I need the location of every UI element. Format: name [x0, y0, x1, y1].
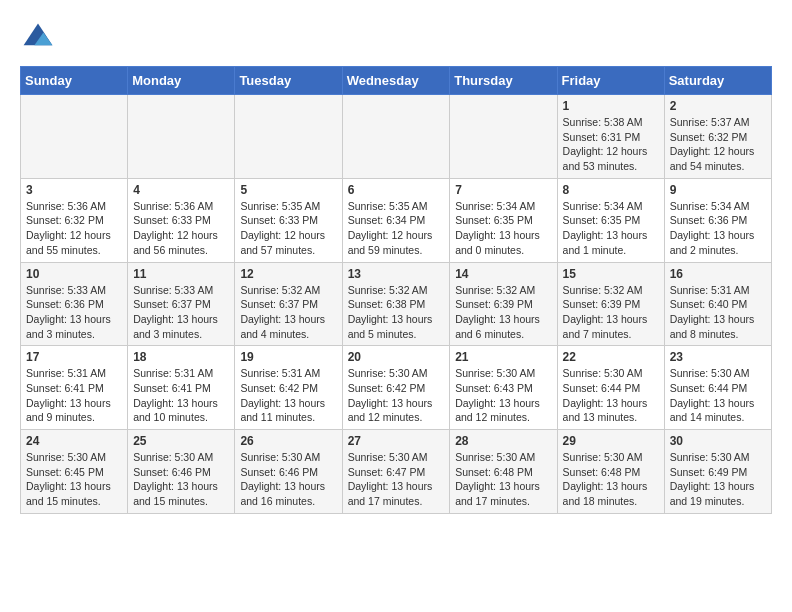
calendar-week: 17Sunrise: 5:31 AM Sunset: 6:41 PM Dayli… [21, 346, 772, 430]
calendar-table: SundayMondayTuesdayWednesdayThursdayFrid… [20, 66, 772, 514]
calendar-day: 11Sunrise: 5:33 AM Sunset: 6:37 PM Dayli… [128, 262, 235, 346]
calendar-day: 10Sunrise: 5:33 AM Sunset: 6:36 PM Dayli… [21, 262, 128, 346]
calendar-day: 4Sunrise: 5:36 AM Sunset: 6:33 PM Daylig… [128, 178, 235, 262]
calendar-day: 25Sunrise: 5:30 AM Sunset: 6:46 PM Dayli… [128, 430, 235, 514]
day-info: Sunrise: 5:30 AM Sunset: 6:48 PM Dayligh… [563, 450, 659, 509]
day-info: Sunrise: 5:31 AM Sunset: 6:41 PM Dayligh… [133, 366, 229, 425]
logo [20, 20, 60, 56]
calendar-day: 27Sunrise: 5:30 AM Sunset: 6:47 PM Dayli… [342, 430, 450, 514]
calendar-day: 21Sunrise: 5:30 AM Sunset: 6:43 PM Dayli… [450, 346, 557, 430]
day-number: 9 [670, 183, 766, 197]
day-info: Sunrise: 5:33 AM Sunset: 6:37 PM Dayligh… [133, 283, 229, 342]
day-info: Sunrise: 5:32 AM Sunset: 6:38 PM Dayligh… [348, 283, 445, 342]
calendar-day: 7Sunrise: 5:34 AM Sunset: 6:35 PM Daylig… [450, 178, 557, 262]
day-number: 21 [455, 350, 551, 364]
day-number: 24 [26, 434, 122, 448]
day-info: Sunrise: 5:30 AM Sunset: 6:44 PM Dayligh… [563, 366, 659, 425]
day-info: Sunrise: 5:30 AM Sunset: 6:42 PM Dayligh… [348, 366, 445, 425]
day-number: 20 [348, 350, 445, 364]
calendar-day: 3Sunrise: 5:36 AM Sunset: 6:32 PM Daylig… [21, 178, 128, 262]
calendar-day: 30Sunrise: 5:30 AM Sunset: 6:49 PM Dayli… [664, 430, 771, 514]
day-info: Sunrise: 5:30 AM Sunset: 6:43 PM Dayligh… [455, 366, 551, 425]
day-info: Sunrise: 5:30 AM Sunset: 6:48 PM Dayligh… [455, 450, 551, 509]
day-info: Sunrise: 5:35 AM Sunset: 6:33 PM Dayligh… [240, 199, 336, 258]
day-info: Sunrise: 5:31 AM Sunset: 6:42 PM Dayligh… [240, 366, 336, 425]
day-number: 26 [240, 434, 336, 448]
dow-header: Saturday [664, 67, 771, 95]
calendar-day [450, 95, 557, 179]
day-number: 29 [563, 434, 659, 448]
calendar-day: 13Sunrise: 5:32 AM Sunset: 6:38 PM Dayli… [342, 262, 450, 346]
calendar-day [235, 95, 342, 179]
page-header [20, 20, 772, 56]
calendar-day: 19Sunrise: 5:31 AM Sunset: 6:42 PM Dayli… [235, 346, 342, 430]
day-info: Sunrise: 5:34 AM Sunset: 6:36 PM Dayligh… [670, 199, 766, 258]
day-info: Sunrise: 5:31 AM Sunset: 6:41 PM Dayligh… [26, 366, 122, 425]
day-number: 30 [670, 434, 766, 448]
day-number: 17 [26, 350, 122, 364]
day-number: 6 [348, 183, 445, 197]
calendar-day: 23Sunrise: 5:30 AM Sunset: 6:44 PM Dayli… [664, 346, 771, 430]
day-number: 23 [670, 350, 766, 364]
day-number: 7 [455, 183, 551, 197]
day-number: 14 [455, 267, 551, 281]
dow-header: Monday [128, 67, 235, 95]
day-info: Sunrise: 5:35 AM Sunset: 6:34 PM Dayligh… [348, 199, 445, 258]
day-number: 8 [563, 183, 659, 197]
day-info: Sunrise: 5:34 AM Sunset: 6:35 PM Dayligh… [563, 199, 659, 258]
day-info: Sunrise: 5:30 AM Sunset: 6:49 PM Dayligh… [670, 450, 766, 509]
day-number: 3 [26, 183, 122, 197]
day-info: Sunrise: 5:32 AM Sunset: 6:39 PM Dayligh… [455, 283, 551, 342]
day-info: Sunrise: 5:30 AM Sunset: 6:46 PM Dayligh… [240, 450, 336, 509]
day-number: 22 [563, 350, 659, 364]
calendar-day: 22Sunrise: 5:30 AM Sunset: 6:44 PM Dayli… [557, 346, 664, 430]
day-info: Sunrise: 5:32 AM Sunset: 6:39 PM Dayligh… [563, 283, 659, 342]
calendar-week: 1Sunrise: 5:38 AM Sunset: 6:31 PM Daylig… [21, 95, 772, 179]
calendar-day: 20Sunrise: 5:30 AM Sunset: 6:42 PM Dayli… [342, 346, 450, 430]
day-number: 4 [133, 183, 229, 197]
calendar-day [128, 95, 235, 179]
calendar-week: 3Sunrise: 5:36 AM Sunset: 6:32 PM Daylig… [21, 178, 772, 262]
calendar-day: 24Sunrise: 5:30 AM Sunset: 6:45 PM Dayli… [21, 430, 128, 514]
day-number: 10 [26, 267, 122, 281]
calendar-day: 18Sunrise: 5:31 AM Sunset: 6:41 PM Dayli… [128, 346, 235, 430]
calendar-day [21, 95, 128, 179]
dow-header: Sunday [21, 67, 128, 95]
day-number: 11 [133, 267, 229, 281]
calendar-day: 29Sunrise: 5:30 AM Sunset: 6:48 PM Dayli… [557, 430, 664, 514]
day-number: 2 [670, 99, 766, 113]
calendar-day: 12Sunrise: 5:32 AM Sunset: 6:37 PM Dayli… [235, 262, 342, 346]
day-info: Sunrise: 5:38 AM Sunset: 6:31 PM Dayligh… [563, 115, 659, 174]
day-info: Sunrise: 5:37 AM Sunset: 6:32 PM Dayligh… [670, 115, 766, 174]
calendar-day: 1Sunrise: 5:38 AM Sunset: 6:31 PM Daylig… [557, 95, 664, 179]
day-info: Sunrise: 5:30 AM Sunset: 6:45 PM Dayligh… [26, 450, 122, 509]
calendar-body: 1Sunrise: 5:38 AM Sunset: 6:31 PM Daylig… [21, 95, 772, 514]
calendar-day: 15Sunrise: 5:32 AM Sunset: 6:39 PM Dayli… [557, 262, 664, 346]
day-number: 15 [563, 267, 659, 281]
day-info: Sunrise: 5:33 AM Sunset: 6:36 PM Dayligh… [26, 283, 122, 342]
day-of-week-row: SundayMondayTuesdayWednesdayThursdayFrid… [21, 67, 772, 95]
calendar-day: 2Sunrise: 5:37 AM Sunset: 6:32 PM Daylig… [664, 95, 771, 179]
calendar-day: 28Sunrise: 5:30 AM Sunset: 6:48 PM Dayli… [450, 430, 557, 514]
calendar-day: 16Sunrise: 5:31 AM Sunset: 6:40 PM Dayli… [664, 262, 771, 346]
day-number: 28 [455, 434, 551, 448]
dow-header: Tuesday [235, 67, 342, 95]
calendar-week: 24Sunrise: 5:30 AM Sunset: 6:45 PM Dayli… [21, 430, 772, 514]
day-info: Sunrise: 5:31 AM Sunset: 6:40 PM Dayligh… [670, 283, 766, 342]
day-number: 16 [670, 267, 766, 281]
calendar-week: 10Sunrise: 5:33 AM Sunset: 6:36 PM Dayli… [21, 262, 772, 346]
dow-header: Wednesday [342, 67, 450, 95]
day-info: Sunrise: 5:34 AM Sunset: 6:35 PM Dayligh… [455, 199, 551, 258]
day-info: Sunrise: 5:30 AM Sunset: 6:46 PM Dayligh… [133, 450, 229, 509]
day-info: Sunrise: 5:30 AM Sunset: 6:44 PM Dayligh… [670, 366, 766, 425]
day-number: 1 [563, 99, 659, 113]
calendar-day: 5Sunrise: 5:35 AM Sunset: 6:33 PM Daylig… [235, 178, 342, 262]
day-number: 27 [348, 434, 445, 448]
day-number: 12 [240, 267, 336, 281]
calendar-day: 8Sunrise: 5:34 AM Sunset: 6:35 PM Daylig… [557, 178, 664, 262]
day-number: 13 [348, 267, 445, 281]
calendar-day: 14Sunrise: 5:32 AM Sunset: 6:39 PM Dayli… [450, 262, 557, 346]
day-info: Sunrise: 5:32 AM Sunset: 6:37 PM Dayligh… [240, 283, 336, 342]
day-info: Sunrise: 5:36 AM Sunset: 6:33 PM Dayligh… [133, 199, 229, 258]
calendar-day [342, 95, 450, 179]
